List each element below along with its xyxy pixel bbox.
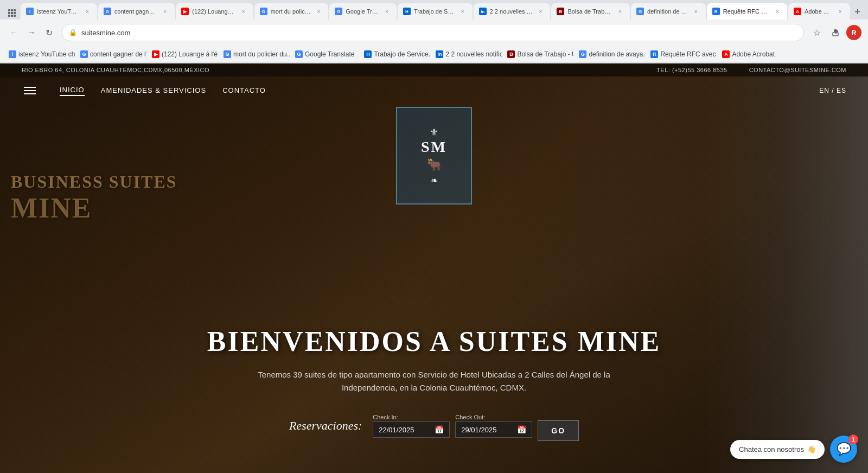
- bookmark-item-2[interactable]: ▶(122) Louange à l'ét...: [148, 49, 218, 60]
- svg-rect-8: [14, 15, 16, 17]
- bookmark-item-1[interactable]: Gcontent gagner de l'...: [76, 49, 146, 60]
- browser-tab-tab8[interactable]: BBolsa de Trabajo - U...×: [551, 3, 630, 20]
- tab-favicon-tab2: G: [104, 8, 111, 15]
- new-tab-button[interactable]: +: [851, 4, 864, 20]
- browser-actions: ☆ R: [809, 25, 861, 40]
- check-in-wrapper[interactable]: 📅: [373, 421, 450, 438]
- bookmark-favicon-8: G: [579, 50, 586, 58]
- bookmark-star-button[interactable]: ☆: [809, 25, 825, 40]
- bookmark-label-8: definition de avaya...: [589, 50, 645, 58]
- profile-button[interactable]: R: [846, 25, 861, 40]
- bookmark-item-5[interactable]: HTrabajo de Service...: [360, 49, 430, 60]
- stone-texture-overlay: [705, 63, 868, 473]
- bookmark-item-8[interactable]: Gdefinition de avaya...: [575, 49, 645, 60]
- contact-info: TEL: (+52)55 3666 8535 CONTACTO@SUITESMI…: [656, 67, 846, 73]
- reservation-fields: Check In: 📅 Check Out: 📅 GO: [373, 411, 579, 441]
- refresh-button[interactable]: ↻: [41, 25, 56, 40]
- tab-close-tab5[interactable]: ×: [382, 7, 391, 16]
- hero-content: BIENVENIDOS A SUITES MINE Tenemos 39 sui…: [190, 325, 678, 441]
- chat-widget: Chatea con nosotros 👋 💬 1: [730, 436, 857, 463]
- nav-link-inicio[interactable]: INICIO: [60, 86, 85, 96]
- tab-close-tab11[interactable]: ×: [836, 7, 845, 16]
- browser-tab-tab3[interactable]: ▶(122) Louange à l'ét...×: [176, 3, 253, 20]
- bookmarks-bar: iisteenz YouTube ch...Gcontent gagner de…: [0, 46, 868, 63]
- bookmark-item-6[interactable]: in2 2 nouvelles notific...: [431, 49, 502, 60]
- bookmark-favicon-4: G: [295, 50, 303, 58]
- tab-close-tab7[interactable]: ×: [536, 7, 545, 16]
- logo-inner: ⚜ SM 🐂 ❧: [421, 126, 447, 186]
- tab-close-tab10[interactable]: ×: [773, 7, 782, 16]
- business-suites-text: BUSINESS SUITES MINE: [11, 172, 177, 224]
- bookmark-item-9[interactable]: RRequête RFC avec H...: [646, 49, 717, 60]
- logo-laurel: ⚜: [430, 127, 438, 138]
- chat-icon: 💬: [837, 442, 851, 456]
- browser-toolbar: ← → ↻ 🔒 suitesmine.com ☆ R: [0, 20, 868, 46]
- browser-tab-tab4[interactable]: Gmort du policier du...×: [254, 3, 329, 20]
- address-info: RIO EBRO 64, COLONIA CUAUHTÉMOC,CDMX,065…: [22, 67, 209, 73]
- tab-close-tab9[interactable]: ×: [692, 7, 700, 16]
- browser-tab-tab2[interactable]: Gcontent gagner de l'...×: [98, 3, 175, 20]
- logo-ornament: ❧: [421, 175, 447, 186]
- tab-close-tab6[interactable]: ×: [458, 7, 467, 16]
- check-out-label: Check Out:: [455, 414, 532, 420]
- tab-favicon-tab11: A: [794, 8, 801, 15]
- tab-favicon-tab4: G: [260, 8, 267, 15]
- tab-favicon-tab6: H: [403, 8, 411, 15]
- hamburger-line-1: [24, 87, 36, 88]
- bookmark-item-4[interactable]: GGoogle Translate: [291, 49, 359, 60]
- address-bar[interactable]: 🔒 suitesmine.com: [62, 24, 804, 41]
- tab-close-tab1[interactable]: ×: [83, 7, 92, 16]
- bookmark-item-10[interactable]: AAdobe Acrobat: [718, 49, 779, 60]
- extensions-button[interactable]: [828, 25, 843, 40]
- browser-tab-tab10[interactable]: RRequête RFC avec H...×: [707, 3, 787, 20]
- forward-button[interactable]: →: [24, 25, 39, 40]
- browser-tab-tab6[interactable]: HTrabajo de Service...×: [398, 3, 473, 20]
- back-button[interactable]: ←: [7, 25, 22, 40]
- browser-tab-tab11[interactable]: AAdobe Acrobat×: [788, 3, 850, 20]
- go-button[interactable]: GO: [538, 420, 579, 441]
- tab-label-tab3: (122) Louange à l'ét...: [192, 8, 235, 15]
- tab-label-tab2: content gagner de l'...: [114, 8, 157, 15]
- bookmark-item-0[interactable]: iisteenz YouTube ch...: [4, 49, 75, 60]
- bookmark-favicon-9: R: [650, 50, 658, 58]
- bookmark-favicon-7: B: [507, 50, 515, 58]
- hamburger-menu[interactable]: [22, 85, 38, 97]
- check-out-group: Check Out: 📅: [455, 414, 532, 438]
- url-text: suitesmine.com: [81, 29, 797, 37]
- tab-close-tab8[interactable]: ×: [616, 7, 624, 16]
- tab-favicon-tab1: i: [26, 8, 34, 15]
- bookmark-favicon-2: ▶: [152, 50, 159, 58]
- bookmark-item-3[interactable]: Gmort du policier du...: [219, 49, 290, 60]
- nav-link-amenidades-&-servicios[interactable]: AMENIDADES & SERVICIOS: [101, 86, 206, 95]
- apps-button[interactable]: [4, 7, 20, 20]
- chat-button[interactable]: 💬 1: [830, 436, 857, 463]
- check-out-input[interactable]: [461, 426, 513, 434]
- calendar-icon-checkin: 📅: [435, 425, 444, 434]
- bookmark-label-0: isteenz YouTube ch...: [18, 50, 75, 58]
- browser-tab-tab5[interactable]: GGoogle Translate×: [329, 3, 397, 20]
- tab-close-tab2[interactable]: ×: [161, 7, 169, 16]
- language-switcher[interactable]: EN / ES: [819, 87, 846, 94]
- tab-close-tab4[interactable]: ×: [314, 7, 323, 16]
- bookmark-favicon-1: G: [80, 50, 88, 58]
- svg-rect-3: [8, 12, 10, 14]
- svg-rect-1: [11, 9, 13, 11]
- check-in-input[interactable]: [379, 426, 430, 434]
- tab-favicon-tab3: ▶: [181, 8, 189, 15]
- bookmark-favicon-0: i: [9, 50, 16, 58]
- bookmark-label-1: content gagner de l'...: [90, 50, 146, 58]
- nav-link-contacto[interactable]: CONTACTO: [222, 86, 266, 95]
- browser-tab-tab1[interactable]: iisteenz YouTube ch...×: [21, 3, 97, 20]
- browser-tab-tab9[interactable]: Gdefinition de avaya...×: [631, 3, 706, 20]
- chat-bubble[interactable]: Chatea con nosotros 👋: [730, 440, 825, 459]
- bookmark-item-7[interactable]: BBolsa de Trabajo - U...: [503, 49, 573, 60]
- browser-tab-tab7[interactable]: in2 2 nouvelles notific...×: [474, 3, 551, 20]
- tab-favicon-tab7: in: [479, 8, 487, 15]
- check-out-wrapper[interactable]: 📅: [455, 421, 532, 438]
- bookmark-label-7: Bolsa de Trabajo - U...: [517, 50, 573, 58]
- svg-rect-7: [11, 15, 13, 17]
- phone-info: TEL: (+52)55 3666 8535: [656, 67, 727, 73]
- tab-close-tab3[interactable]: ×: [239, 7, 248, 16]
- svg-rect-0: [8, 9, 10, 11]
- bookmark-label-2: (122) Louange à l'ét...: [162, 50, 218, 58]
